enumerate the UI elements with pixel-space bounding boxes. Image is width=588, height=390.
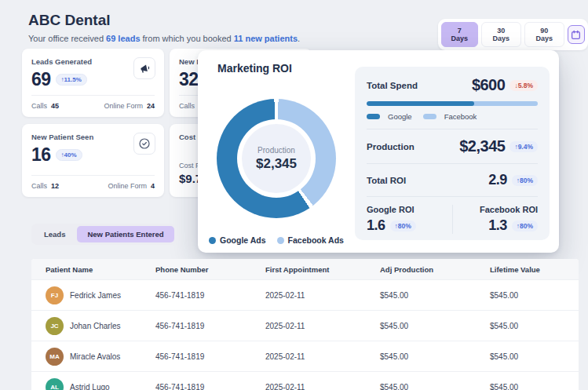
- divider: [367, 163, 538, 164]
- adj-production: $545.00: [380, 322, 490, 330]
- col-first-appointment: First Appointment: [265, 265, 380, 274]
- spend-split-google-fill: [367, 101, 474, 106]
- page-subtitle: Your office received 69 leads from which…: [28, 34, 300, 43]
- lifetime-value: $545.00: [490, 291, 579, 300]
- avatar: JC: [46, 317, 64, 335]
- facebook-roi-value: 1.3: [488, 217, 507, 234]
- production-row: Production $2,345 ↑9.4%: [367, 137, 538, 155]
- leads-generated-value: 69: [31, 69, 51, 90]
- adj-production: $545.00: [380, 383, 490, 390]
- divider: [367, 129, 538, 129]
- range-90-days-button[interactable]: 90 Days: [524, 22, 564, 47]
- phone-number: 456-741-1819: [155, 352, 265, 361]
- new-patient-seen-value: 16: [31, 144, 51, 166]
- subtitle-period: .: [298, 34, 300, 43]
- roi-breakdown: Google ROI 1.6 ↑80% Facebook ROI 1.3 ↑80…: [367, 205, 538, 234]
- megaphone-icon: [133, 57, 155, 79]
- phone-number: 456-741-1819: [155, 383, 265, 390]
- google-spend-legend: Google: [367, 112, 412, 121]
- total-spend-trend-badge: ↓5.8%: [509, 80, 538, 91]
- page-title: ABC Dental: [28, 12, 111, 29]
- subtitle-text-mid: from which you booked: [141, 34, 234, 43]
- online-form-stat: Online Form4: [108, 182, 155, 190]
- phone-number: 456-741-1819: [155, 322, 265, 330]
- production-value: $2,345: [459, 137, 505, 155]
- facebook-roi-trend-badge: ↑80%: [512, 221, 538, 231]
- table-row[interactable]: MA Miracle Avalos 456-741-1819 2025-02-1…: [31, 341, 579, 371]
- subtitle-text: Your office received: [28, 34, 106, 43]
- total-roi-value: 2.9: [488, 172, 507, 188]
- phone-number: 456-741-1819: [155, 291, 265, 300]
- total-spend-row: Total Spend $600 ↓5.8%: [367, 76, 538, 94]
- table-row[interactable]: JC Johan Charles 456-741-1819 2025-02-11…: [31, 310, 579, 341]
- calendar-icon: [571, 30, 581, 40]
- adj-production: $545.00: [380, 291, 490, 300]
- range-30-days-button[interactable]: 30 Days: [481, 22, 521, 47]
- online-form-stat: Online Form24: [104, 102, 155, 110]
- roi-stats-panel: Total Spend $600 ↓5.8% Google Facebook P…: [355, 67, 550, 240]
- tab-leads[interactable]: Leads: [34, 226, 75, 242]
- google-dot-icon: [209, 237, 216, 244]
- donut-center: Production $2,345: [242, 124, 311, 193]
- spend-split-bar: [367, 101, 538, 106]
- col-lifetime-value: Lifetime Value: [490, 265, 579, 274]
- facebook-dot-icon: [277, 237, 284, 244]
- table-row[interactable]: FJ Fedrick James 456-741-1819 2025-02-11…: [31, 279, 579, 310]
- new-patient-seen-card: New Patient Seen 16 ↑40% Calls12 Online …: [22, 124, 164, 197]
- col-patient-name: Patient Name: [31, 265, 155, 274]
- col-adj-production: Adj Production: [380, 265, 490, 274]
- card-stats: Calls12 Online Form4: [31, 175, 155, 190]
- google-roi-trend-badge: ↑80%: [390, 221, 416, 231]
- col-phone-number: Phone Number: [155, 265, 265, 274]
- new-patients-link[interactable]: 11 new patients: [234, 34, 298, 43]
- total-roi-row: Total ROI 2.9 ↑80%: [367, 172, 538, 188]
- calendar-button[interactable]: [568, 25, 585, 44]
- total-roi-trend-badge: ↑80%: [512, 175, 538, 186]
- donut-legend: Google Ads Facebook Ads: [198, 235, 355, 245]
- spend-legend: Google Facebook: [367, 112, 538, 121]
- facebook-chip-icon: [423, 114, 436, 119]
- table-header: Patient Name Phone Number First Appointm…: [31, 259, 579, 279]
- leads-generated-card: Leads Generated 69 ↑11.5% Calls45 Online…: [22, 49, 164, 117]
- first-appointment: 2025-02-11: [265, 383, 380, 390]
- patient-name: Miracle Avalos: [70, 352, 120, 361]
- avatar: AL: [46, 378, 64, 390]
- table-tabs: Leads New Patients Entered: [31, 224, 177, 245]
- card-stats: Calls45 Online Form24: [31, 95, 155, 110]
- patients-table: Patient Name Phone Number First Appointm…: [31, 259, 579, 390]
- trend-badge: ↑11.5%: [56, 74, 87, 86]
- google-ads-legend: Google Ads: [209, 235, 266, 245]
- calls-stat: Calls45: [31, 102, 59, 110]
- lifetime-value: $545.00: [490, 352, 579, 361]
- avatar: FJ: [46, 286, 64, 304]
- facebook-roi-col: Facebook ROI 1.3 ↑80%: [452, 205, 539, 234]
- divider: [367, 196, 538, 197]
- first-appointment: 2025-02-11: [265, 322, 380, 330]
- adj-production: $545.00: [380, 352, 490, 361]
- google-chip-icon: [367, 114, 380, 119]
- patient-name: Johan Charles: [70, 322, 120, 330]
- patient-name: Astrid Lugo: [70, 383, 110, 390]
- total-spend-value: $600: [472, 76, 506, 94]
- production-trend-badge: ↑9.4%: [509, 141, 538, 152]
- date-range-group: 7 Days 30 Days 90 Days: [438, 19, 588, 50]
- google-roi-value: 1.6: [367, 217, 385, 234]
- donut-center-label: Production: [257, 146, 295, 155]
- tab-new-patients-entered[interactable]: New Patients Entered: [77, 226, 173, 242]
- leads-count-link[interactable]: 69 leads: [106, 34, 140, 43]
- check-circle-icon: [133, 133, 155, 155]
- first-appointment: 2025-02-11: [265, 291, 380, 300]
- avatar: MA: [46, 348, 64, 366]
- range-7-days-button[interactable]: 7 Days: [441, 22, 478, 47]
- marketing-roi-modal: Marketing ROI Production $2,345 Google A…: [198, 50, 559, 253]
- lifetime-value: $545.00: [490, 322, 579, 330]
- lifetime-value: $545.00: [490, 383, 579, 390]
- facebook-ads-legend: Facebook Ads: [277, 235, 344, 245]
- new-patients-value: 32: [179, 69, 199, 90]
- first-appointment: 2025-02-11: [265, 352, 380, 361]
- donut-center-value: $2,345: [256, 156, 297, 172]
- table-row[interactable]: AL Astrid Lugo 456-741-1819 2025-02-11 $…: [31, 371, 579, 390]
- modal-title: Marketing ROI: [217, 62, 292, 75]
- facebook-spend-legend: Facebook: [423, 112, 477, 121]
- google-roi-col: Google ROI 1.6 ↑80%: [367, 205, 452, 234]
